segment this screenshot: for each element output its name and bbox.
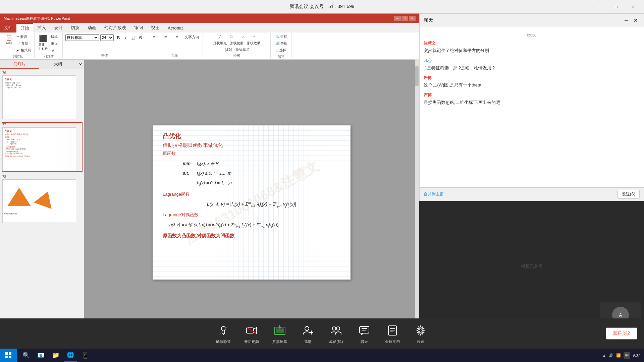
msg-sender-0: 注慧文 <box>424 41 640 46</box>
font-label: 字体 <box>101 52 108 58</box>
tab-slideshow[interactable]: 幻灯片放映 <box>100 23 130 33</box>
group-edit: 🔍 查找 🔄 替换 ⬚ 选择 编辑 <box>271 33 291 58</box>
toolbar-chat[interactable]: 聊天 <box>357 323 372 344</box>
italic-btn[interactable]: I <box>122 35 129 41</box>
bold-btn[interactable]: B <box>115 35 122 41</box>
shape-arrow-btn[interactable]: → <box>249 34 259 40</box>
chat-close-btn[interactable]: ✕ <box>632 16 640 24</box>
ppt-minimize[interactable]: ─ <box>394 16 401 21</box>
taskbar-browser[interactable]: 🌐 <box>64 349 77 362</box>
tab-review[interactable]: 审阅 <box>130 23 147 33</box>
lagrange-formula: L(x, λ, v) = |f0(x) + Σmi=1 λifi(x) + Σn… <box>163 201 340 207</box>
minimize-button[interactable]: ─ <box>592 2 607 12</box>
tab-outline[interactable]: 大纲 <box>39 60 77 69</box>
font-size-select[interactable]: 24 <box>100 34 114 41</box>
msg-text-1: l1是特征筛选，那l2是啥，啥情况用l2 <box>424 65 640 71</box>
ppt-maximize[interactable]: □ <box>401 16 408 21</box>
layout-btn[interactable]: 版式 <box>50 34 60 40</box>
taskbar-search[interactable]: 🔍 <box>19 349 33 362</box>
toolbar-video[interactable]: 开启视频 <box>244 323 259 344</box>
tab-acrobat[interactable]: Acrobat <box>164 23 187 33</box>
underline-btn[interactable]: U <box>130 35 137 41</box>
tab-insert[interactable]: 插入 <box>33 23 50 33</box>
title-controls: ─ □ ✕ <box>592 0 641 13</box>
slide-section2: Lagrange函数 <box>163 191 340 197</box>
shape-rect-btn[interactable]: □ <box>226 34 236 40</box>
font-family-select[interactable]: 微软雅黑 <box>65 34 99 41</box>
leave-button[interactable]: 离开会议 <box>606 327 637 340</box>
chat-body: 09:36 注慧文 突然就记住了绝对值和平方的分别 凡心 l1是特征筛选，那l2… <box>420 27 644 187</box>
taskbar-ime[interactable]: 中 <box>624 352 630 359</box>
format-btn[interactable]: 🖌 格式刷 <box>15 47 32 53</box>
slide-num-76: 76 <box>2 71 82 75</box>
toolbar-members[interactable]: 成员(51) <box>329 323 343 344</box>
mute-label: 解除静音 <box>216 339 231 344</box>
taskbar-network-icon: 📶 <box>616 353 621 358</box>
svg-rect-28 <box>5 356 8 358</box>
fill-btn[interactable]: 形状填充 <box>212 40 228 46</box>
toolbar-invite[interactable]: 邀请 <box>301 323 315 344</box>
slide-scrollbar[interactable] <box>415 59 419 345</box>
svg-rect-29 <box>9 356 11 358</box>
slide-item-78[interactable]: 78 对偶问题相关内容 <box>2 174 83 224</box>
text-direction-btn[interactable]: 文字方向 <box>183 34 201 40</box>
shape-line-btn[interactable]: ╱ <box>214 34 225 40</box>
toolbar-docs[interactable]: 会议文档 <box>385 323 400 344</box>
ppt-title-bar: MachineLean课程教学课件1 PowerPoint ─ □ ✕ <box>0 14 419 23</box>
tab-design[interactable]: 设计 <box>50 23 67 33</box>
chat-msg-1: 凡心 l1是特征筛选，那l2是啥，啥情况用l2 <box>424 58 640 71</box>
taskbar-right: ▲ 🔊 📶 中 9:37 <box>602 352 644 359</box>
tab-home[interactable]: 开始 <box>16 23 33 33</box>
effect-btn[interactable]: 形状效果 <box>246 40 262 46</box>
send-button[interactable]: 发送(S) <box>618 190 640 199</box>
window-title: 腾讯会议 会议号：511 391 699 <box>289 4 355 10</box>
select-btn[interactable]: ⬚ 选择 <box>274 47 288 53</box>
align-right-btn[interactable]: ≡ <box>172 34 182 40</box>
shape-oval-btn[interactable]: ○ <box>237 34 248 40</box>
slide-panel-close-btn[interactable]: ✕ <box>77 60 84 69</box>
tab-slides[interactable]: 幻灯片 <box>0 60 39 69</box>
arrange-btn[interactable]: 排列 <box>223 47 234 53</box>
slide-item-76[interactable]: 76 凸优化 minimize f₀(x), x ∈ R s.t. fᵢ(x) … <box>2 70 83 120</box>
align-center-btn[interactable]: ≡ <box>160 34 171 40</box>
tab-file[interactable]: 文件 <box>0 23 16 33</box>
cut-btn[interactable]: ✂ 剪切 <box>15 34 32 40</box>
new-slide-btn[interactable]: ⬛ 新建幻灯片 <box>37 34 49 53</box>
bottom-toolbar: 解除静音 开启视频 共享屏幕 <box>0 318 644 349</box>
copy-btn[interactable]: 📄 复制 <box>15 41 32 47</box>
toolbar-mute[interactable]: 解除静音 <box>216 323 231 344</box>
chat-msg-2: 严博 这个L1(W)图,是只有一个theta, <box>424 75 640 88</box>
slide-item-77[interactable]: 77 凸优化 借助拉格朗日函数来做优化 原函数 min f₀(x), x ∈ R… <box>2 122 83 172</box>
taskbar-email[interactable]: 📧 <box>34 349 48 362</box>
replace-btn[interactable]: 🔄 替换 <box>274 41 288 47</box>
tab-animation[interactable]: 动画 <box>84 23 100 33</box>
reset-btn[interactable]: 重设 <box>50 41 60 47</box>
taskbar-meeting[interactable]: 📱 <box>78 349 92 362</box>
quick-styles-btn[interactable]: 快速样式 <box>234 47 251 53</box>
ppt-close[interactable]: ✕ <box>409 16 416 21</box>
maximize-button[interactable]: □ <box>608 2 624 12</box>
chat-footer: 合并到主窗 发送(S) <box>420 187 644 201</box>
align-left-btn[interactable]: ≡ <box>149 34 160 40</box>
paste-btn[interactable]: 📋 粘贴 <box>4 34 14 53</box>
msg-sender-3: 严博 <box>424 93 640 98</box>
toolbar-share[interactable]: 共享屏幕 <box>272 323 287 344</box>
new-slide-icon: ⬛ <box>39 35 47 43</box>
toolbar-settings[interactable]: 设置 <box>413 323 428 344</box>
close-button[interactable]: ✕ <box>625 2 641 12</box>
chat-minimize-btn[interactable]: ─ <box>622 16 630 24</box>
taskbar-start[interactable] <box>0 349 17 362</box>
outline-btn[interactable]: 形状轮廓 <box>229 40 245 46</box>
tab-transition[interactable]: 切换 <box>67 23 84 33</box>
merge-btn[interactable]: 合并到主窗 <box>424 191 444 197</box>
slide-canvas-area[interactable]: 汪博1631061068&注慧文 凸优化 借助拉格朗日函数来做优化 原函数 mi… <box>84 60 419 345</box>
video-label: 开启视频 <box>244 339 259 344</box>
slide-num-78: 78 <box>2 175 82 179</box>
strikethrough-btn[interactable]: S <box>137 35 144 41</box>
formula-cons2: hj(x) = 0, j = 1,...,n <box>197 179 232 188</box>
video-status: 视频已关闭 <box>521 263 543 269</box>
tab-view[interactable]: 视图 <box>147 23 164 33</box>
find-btn[interactable]: 🔍 查找 <box>274 34 288 40</box>
section-btn[interactable]: 节 <box>50 47 60 53</box>
taskbar-file[interactable]: 📁 <box>49 349 62 362</box>
